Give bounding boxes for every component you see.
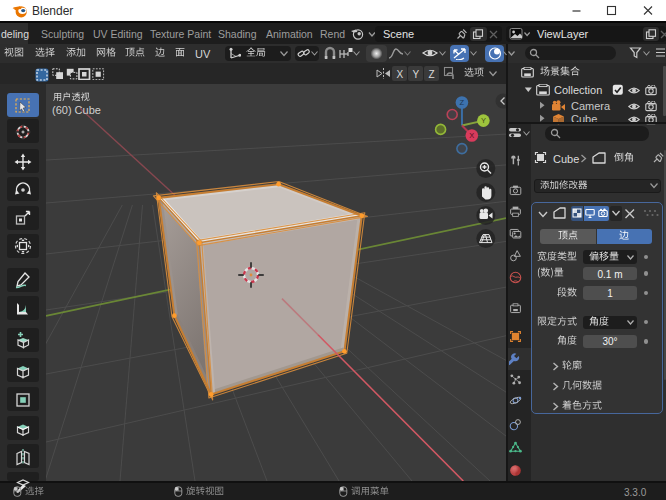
svg-text:Z: Z — [460, 98, 465, 107]
svg-text:X: X — [469, 131, 474, 140]
svg-text:Y: Y — [481, 116, 486, 125]
